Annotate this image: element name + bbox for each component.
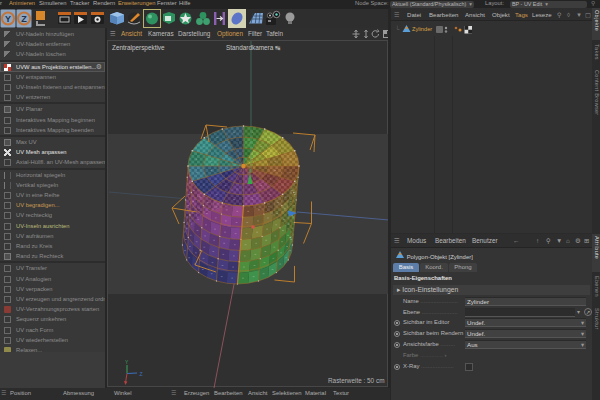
svg-text:Y: Y bbox=[125, 359, 129, 365]
svg-text:Z: Z bbox=[140, 371, 143, 377]
svg-text:Y: Y bbox=[5, 14, 11, 24]
svg-text:Z: Z bbox=[21, 14, 27, 24]
